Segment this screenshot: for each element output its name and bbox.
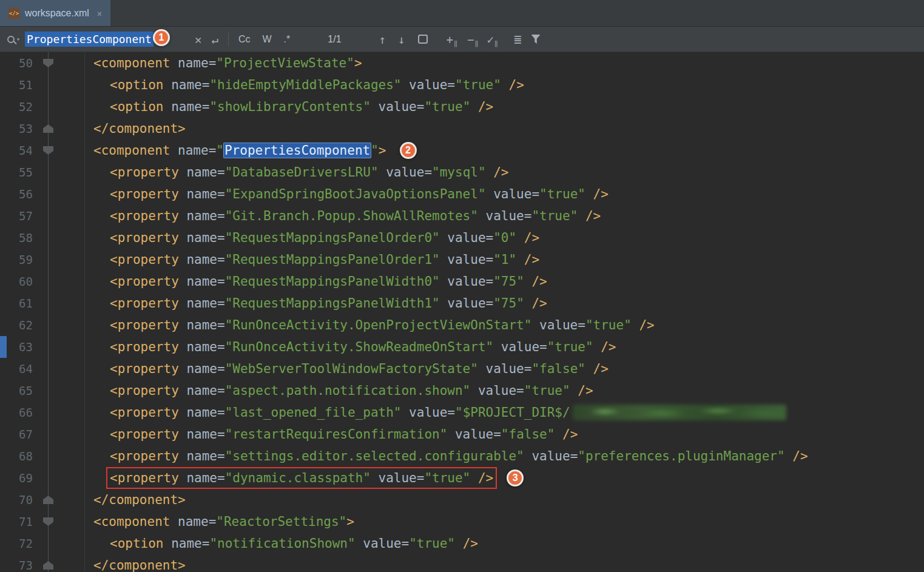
- select-all-occurrences-icon[interactable]: ✓‖: [487, 33, 496, 46]
- code-token: <property: [110, 318, 179, 332]
- code-token: =: [202, 536, 210, 551]
- code-token: ": [371, 143, 379, 158]
- gutter: 64: [0, 358, 85, 380]
- code-token: =: [209, 56, 217, 70]
- prev-occurrence-icon[interactable]: ↑: [379, 33, 386, 46]
- code-token: <property: [110, 230, 179, 245]
- divider: [228, 33, 229, 46]
- code-line[interactable]: 58<property name="RequestMappingsPanelOr…: [0, 227, 924, 249]
- code-line[interactable]: 63<property name="RunOnceActivity.ShowRe…: [0, 336, 924, 358]
- code-line[interactable]: 56<property name="ExpandSpringBootJavaOp…: [0, 183, 924, 205]
- code-line[interactable]: 64<property name="WebServerToolWindowFac…: [0, 358, 924, 380]
- code-token: =: [417, 99, 425, 114]
- code-token: =: [486, 274, 494, 289]
- gutter: 56: [0, 183, 85, 205]
- code-token: =: [217, 362, 225, 376]
- words-toggle[interactable]: W: [263, 34, 272, 45]
- fold-column: [40, 96, 66, 118]
- code-line[interactable]: 71<component name="ReactorSettings">: [0, 511, 924, 533]
- fold-marker[interactable]: [43, 496, 53, 504]
- fold-column: [40, 161, 66, 183]
- code-token: />: [470, 99, 493, 114]
- code-line[interactable]: 57<property name="Git.Branch.Popup.ShowA…: [0, 205, 924, 227]
- fold-marker[interactable]: [43, 146, 53, 155]
- tab-close-icon[interactable]: ✕: [97, 8, 102, 18]
- gutter: 65: [0, 380, 85, 402]
- clear-search-icon[interactable]: ✕: [195, 33, 201, 46]
- code-line[interactable]: 59<property name="RequestMappingsPanelOr…: [0, 249, 924, 271]
- search-options-icon[interactable]: ≣: [514, 32, 522, 47]
- code-token: />: [593, 340, 616, 354]
- code-token: =: [447, 78, 455, 92]
- code-line[interactable]: 73</component>: [0, 554, 924, 572]
- remove-occurrence-icon[interactable]: −‖: [467, 33, 477, 46]
- code-token: />: [632, 318, 655, 332]
- code-token: "true": [455, 78, 501, 92]
- gutter: 52: [0, 96, 85, 118]
- fold-column: [40, 271, 66, 292]
- code-line[interactable]: 67<property name="restartRequiresConfirm…: [0, 423, 924, 445]
- open-results-in-tool-window-icon[interactable]: [418, 35, 428, 44]
- code-line[interactable]: 60<property name="RequestMappingsPanelWi…: [0, 271, 924, 292]
- code-token: =: [524, 362, 532, 376]
- code-line[interactable]: 69<property name="dynamic.classpath" val…: [0, 467, 924, 489]
- line-number: 70: [4, 493, 33, 506]
- gutter: 67: [0, 423, 85, 445]
- minus-glyph: −: [467, 33, 474, 46]
- line-number: 50: [4, 56, 33, 70]
- code-line[interactable]: 55<property name="DatabaseDriversLRU" va…: [0, 161, 924, 183]
- fold-marker[interactable]: [43, 124, 53, 133]
- code-line[interactable]: 70</component>: [0, 489, 924, 511]
- code-token: <component: [93, 514, 170, 529]
- code-line[interactable]: 66<property name="last_opened_file_path"…: [0, 402, 924, 423]
- code-token: <property: [110, 427, 179, 442]
- fold-column: [40, 511, 66, 533]
- code-token: <property: [110, 165, 179, 180]
- code-token: value: [493, 340, 539, 354]
- code-token: value: [524, 449, 570, 463]
- add-occurrence-icon[interactable]: +‖: [446, 33, 456, 46]
- code-text: <property name="RunOnceActivity.ShowRead…: [85, 340, 616, 354]
- tab-workspace-xml[interactable]: </> workspace.xml ✕: [0, 0, 110, 26]
- code-line[interactable]: 65<property name="aspect.path.notificati…: [0, 380, 924, 402]
- code-token: "true": [424, 99, 470, 114]
- gutter: 66: [0, 402, 85, 423]
- fold-marker[interactable]: [43, 59, 53, 67]
- code-token: />: [455, 536, 478, 551]
- code-text: <property name="aspect.path.notification…: [85, 383, 593, 398]
- code-token: />: [570, 383, 593, 398]
- code-token: "showLibraryContents": [209, 99, 371, 114]
- code-token: "hideEmptyMiddlePackages": [209, 78, 401, 92]
- code-line[interactable]: 50<component name="ProjectViewState">: [0, 52, 924, 74]
- code-line[interactable]: 53</component>: [0, 118, 924, 140]
- code-text: <property name="ExpandSpringBootJavaOpti…: [85, 187, 609, 201]
- code-line[interactable]: 72<option name="notificationShown" value…: [0, 533, 924, 554]
- newline-icon[interactable]: ↵: [211, 33, 218, 46]
- code-line[interactable]: 68<property name="settings.editor.select…: [0, 445, 924, 467]
- fold-marker[interactable]: [43, 517, 53, 526]
- code-line[interactable]: 52<option name="showLibraryContents" val…: [0, 96, 924, 118]
- tab-title: workspace.xml: [25, 8, 89, 19]
- regex-toggle[interactable]: .*: [284, 34, 291, 45]
- gutter: 54: [0, 140, 85, 161]
- code-line[interactable]: 62<property name="RunOnceActivity.OpenPr…: [0, 314, 924, 336]
- next-occurrence-icon[interactable]: ↓: [398, 33, 405, 46]
- search-icon[interactable]: ▾: [7, 36, 20, 43]
- match-case-toggle[interactable]: Cc: [238, 34, 251, 45]
- code-line[interactable]: 51<option name="hideEmptyMiddlePackages"…: [0, 74, 924, 96]
- code-line[interactable]: 61<property name="RequestMappingsPanelWi…: [0, 292, 924, 314]
- code-token: "true": [409, 536, 455, 551]
- code-token: =: [217, 209, 225, 223]
- code-token: value: [440, 274, 486, 289]
- code-token: "1": [493, 252, 516, 267]
- code-token: "$PROJECT_DIR$/: [455, 405, 570, 420]
- fold-column: [40, 74, 66, 96]
- fold-column: [40, 227, 66, 249]
- fold-marker[interactable]: [43, 561, 53, 570]
- search-query-text: PropertiesComponent: [25, 32, 153, 47]
- occurrence-sub-glyph: ‖: [494, 40, 497, 47]
- code-token: <property: [110, 471, 179, 485]
- code-line[interactable]: 54<component name="PropertiesComponent">…: [0, 140, 924, 161]
- fold-column: [40, 402, 66, 423]
- filter-icon[interactable]: [531, 35, 541, 44]
